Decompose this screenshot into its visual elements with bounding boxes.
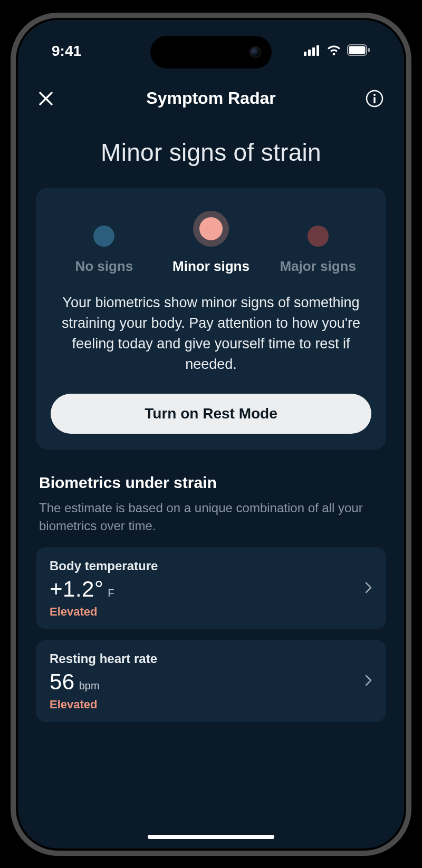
dot-icon [199,217,223,240]
svg-rect-1 [308,50,311,56]
svg-rect-6 [368,48,370,52]
dot-icon [93,226,114,247]
radar-card: No signs Minor signs Major signs Your bi… [36,188,386,450]
svg-rect-5 [349,46,366,54]
biometrics-section-title: Biometrics under strain [36,474,386,492]
home-indicator[interactable] [148,835,274,839]
close-icon[interactable] [38,91,54,106]
metric-unit: bpm [79,680,100,692]
info-icon[interactable] [365,89,384,108]
camera-icon [250,46,261,58]
page-title: Minor signs of strain [36,138,386,167]
metric-status: Elevated [50,605,158,619]
svg-rect-0 [304,52,306,56]
level-label: Major signs [280,258,356,275]
cellular-icon [304,43,321,60]
chevron-right-icon [365,675,372,688]
wifi-icon [326,43,342,60]
phone-frame: 9:41 Symptom Radar [11,13,411,856]
level-label: Minor signs [172,258,250,275]
metric-value: 56 [50,669,75,695]
level-label: No signs [75,258,133,275]
level-minor-signs[interactable]: Minor signs [158,211,264,275]
nav-bar: Symptom Radar [20,80,402,117]
svg-rect-3 [316,45,319,56]
screen-title: Symptom Radar [20,89,402,108]
svg-rect-9 [373,97,375,103]
level-no-signs[interactable]: No signs [51,226,157,275]
metric-name: Body temperature [50,559,158,573]
status-time: 9:41 [52,43,81,60]
dot-icon [308,226,329,247]
metric-value: +1.2° [50,577,103,602]
biometrics-section-subtitle: The estimate is based on a unique combin… [36,499,386,534]
dynamic-island [150,36,272,69]
metric-resting-heart-rate[interactable]: Resting heart rate 56 bpm Elevated [36,640,386,722]
dot-active-halo [193,211,229,247]
metric-unit: F [108,587,114,599]
radar-description: Your biometrics show minor signs of some… [51,292,371,375]
svg-rect-2 [312,47,315,56]
severity-levels: No signs Minor signs Major signs [51,211,371,275]
content-area: Minor signs of strain No signs Minor sig… [20,122,402,831]
rest-mode-button[interactable]: Turn on Rest Mode [51,394,371,434]
metric-name: Resting heart rate [50,651,157,666]
battery-icon [347,43,370,60]
metric-body-temperature[interactable]: Body temperature +1.2° F Elevated [36,547,386,629]
chevron-right-icon [365,582,372,596]
svg-point-8 [373,94,376,96]
metric-status: Elevated [50,698,157,711]
level-major-signs[interactable]: Major signs [265,226,371,275]
